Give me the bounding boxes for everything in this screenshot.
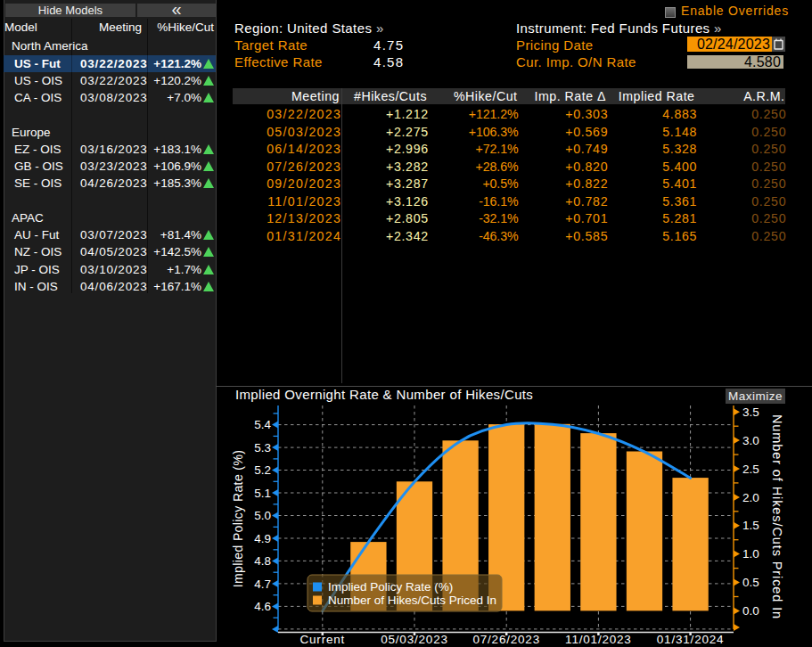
- svg-text:Number of Hikes/Cuts Priced In: Number of Hikes/Cuts Priced In: [328, 594, 496, 607]
- svg-text:Implied Policy Rate (%): Implied Policy Rate (%): [328, 580, 453, 594]
- svg-text:2.5: 2.5: [742, 463, 759, 476]
- svg-text:1.5: 1.5: [742, 519, 759, 532]
- svg-text:5.3: 5.3: [254, 441, 271, 455]
- svg-text:5.0: 5.0: [254, 509, 271, 522]
- svg-text:4.8: 4.8: [254, 554, 271, 568]
- svg-text:5.1: 5.1: [254, 487, 271, 500]
- svg-text:Number of Hikes/Cuts Priced In: Number of Hikes/Cuts Priced In: [770, 414, 784, 619]
- svg-text:0.0: 0.0: [742, 604, 759, 618]
- svg-text:Implied Overnight Rate & Numbe: Implied Overnight Rate & Number of Hikes…: [235, 387, 533, 402]
- svg-text:Maximize: Maximize: [728, 389, 783, 403]
- svg-text:3.5: 3.5: [742, 405, 759, 419]
- svg-text:4.7: 4.7: [254, 577, 271, 591]
- svg-text:1.0: 1.0: [742, 547, 759, 561]
- svg-text:Implied Policy Rate (%): Implied Policy Rate (%): [231, 450, 245, 588]
- svg-text:3.0: 3.0: [742, 434, 759, 447]
- svg-text:4.9: 4.9: [254, 532, 271, 545]
- svg-text:0.5: 0.5: [742, 576, 759, 589]
- svg-text:4.6: 4.6: [254, 600, 271, 613]
- svg-text:2.0: 2.0: [742, 491, 759, 504]
- svg-text:5.4: 5.4: [254, 418, 271, 431]
- svg-text:5.2: 5.2: [254, 463, 271, 477]
